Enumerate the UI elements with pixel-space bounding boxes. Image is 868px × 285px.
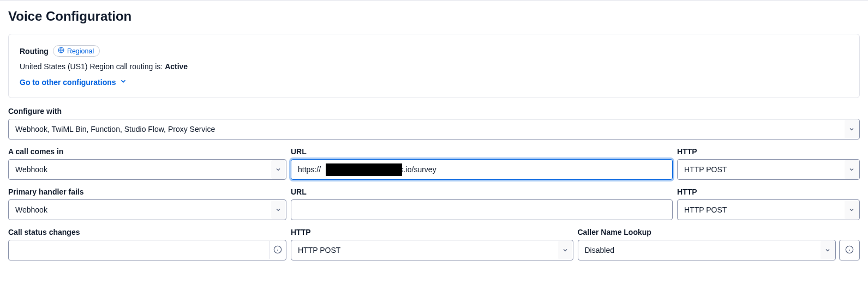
regional-badge-text: Regional [67,47,94,55]
info-icon-button[interactable] [269,241,285,259]
caller-name-info-button[interactable] [839,240,860,260]
call-comes-in-url-input[interactable] [291,159,673,180]
primary-fails-url-label: URL [291,187,673,196]
configure-with-select[interactable] [8,119,860,140]
call-status-url-input[interactable] [8,240,286,260]
caller-name-lookup-label: Caller Name Lookup [578,228,860,237]
primary-fails-http-label: HTTP [677,187,860,196]
info-icon [273,245,282,256]
regional-badge[interactable]: Regional [53,45,100,57]
routing-panel: Routing Regional United States (US1) Reg… [8,34,860,98]
chevron-down-icon [119,77,127,87]
routing-status: United States (US1) Region call routing … [20,62,848,71]
primary-fails-http-select[interactable] [677,199,860,220]
call-comes-in-handler-select[interactable] [8,159,286,180]
configure-with-label: Configure with [8,107,860,116]
call-comes-in-url-label: URL [291,147,673,156]
primary-fails-label: Primary handler fails [8,187,286,196]
page-title: Voice Configuration [8,9,860,24]
routing-label: Routing [20,47,49,56]
call-comes-in-label: A call comes in [8,147,286,156]
info-icon [845,245,854,256]
call-status-changes-label: Call status changes [8,228,286,237]
other-configurations-link[interactable]: Go to other configurations [20,77,127,87]
globe-icon [58,47,64,55]
call-comes-in-http-select[interactable] [677,159,860,180]
call-status-http-label: HTTP [291,228,573,237]
call-comes-in-http-label: HTTP [677,147,860,156]
call-status-http-select[interactable] [291,240,573,260]
caller-name-lookup-select[interactable] [578,240,836,260]
primary-fails-url-input[interactable] [291,199,673,220]
routing-status-value: Active [165,62,188,71]
primary-fails-handler-select[interactable] [8,199,286,220]
